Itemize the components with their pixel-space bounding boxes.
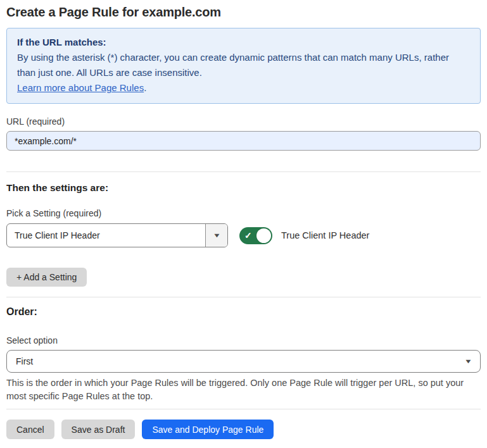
add-setting-button[interactable]: + Add a Setting [6, 268, 87, 287]
page-title: Create a Page Rule for example.com [6, 5, 481, 20]
pick-setting-label: Pick a Setting (required) [6, 208, 481, 218]
footer-actions: Cancel Save as Draft Save and Deploy Pag… [6, 420, 481, 439]
learn-more-link[interactable]: Learn more about Page Rules [17, 82, 144, 93]
order-section-heading: Order: [6, 306, 481, 318]
chevron-down-icon: ▼ [212, 232, 220, 239]
toggle-knob [256, 228, 271, 243]
info-box-body: By using the asterisk (*) character, you… [17, 50, 470, 80]
setting-select-arrow-box[interactable]: ▼ [205, 224, 227, 247]
page-rule-form: Create a Page Rule for example.com If th… [0, 0, 487, 439]
divider [6, 171, 481, 172]
divider [6, 409, 481, 409]
chevron-down-icon: ▼ [464, 358, 472, 364]
url-matches-info-box: If the URL matches: By using the asteris… [6, 28, 481, 104]
toggle-label: True Client IP Header [281, 230, 369, 240]
setting-select-value: True Client IP Header [7, 224, 205, 247]
cancel-button[interactable]: Cancel [6, 420, 54, 439]
url-input[interactable] [6, 131, 481, 151]
order-select[interactable]: First ▼ [6, 350, 481, 373]
order-description: This is the order in which your Page Rul… [6, 376, 481, 403]
save-as-draft-button[interactable]: Save as Draft [61, 420, 136, 439]
url-field-label: URL (required) [6, 116, 481, 127]
save-and-deploy-button[interactable]: Save and Deploy Page Rule [142, 420, 274, 439]
settings-section-heading: Then the settings are: [6, 182, 481, 194]
order-select-value: First [16, 356, 33, 366]
check-icon: ✓ [244, 231, 252, 240]
setting-row: True Client IP Header ▼ ✓ True Client IP… [6, 223, 481, 247]
info-box-heading: If the URL matches: [17, 35, 470, 50]
setting-select[interactable]: True Client IP Header ▼ [6, 223, 228, 247]
order-select-label: Select option [6, 335, 481, 345]
true-client-ip-toggle[interactable]: ✓ [239, 227, 272, 244]
info-box-link-line: Learn more about Page Rules. [17, 80, 470, 96]
link-period: . [144, 82, 146, 93]
divider [6, 297, 481, 297]
